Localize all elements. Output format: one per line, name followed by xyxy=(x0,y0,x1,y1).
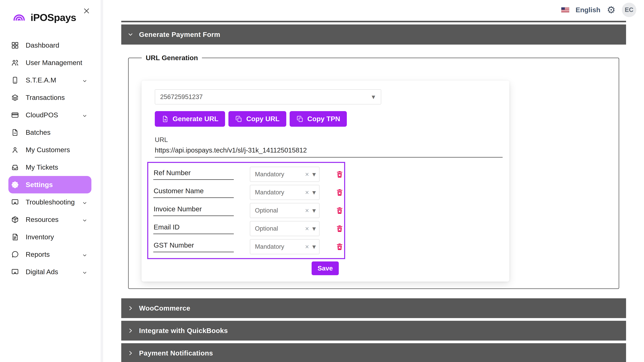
chevron-down-icon xyxy=(82,252,88,257)
requirement-value: Mandatory xyxy=(255,189,305,196)
sidebar-item-steam[interactable]: S.T.E.A.M xyxy=(8,71,92,89)
collapsed-section-sliver[interactable] xyxy=(121,21,626,22)
chevron-down-icon xyxy=(82,112,88,118)
sidebar-item-settings[interactable]: Settings xyxy=(8,176,92,193)
avatar[interactable]: EC xyxy=(622,3,636,17)
requirement-select[interactable]: Mandatory × ▼ xyxy=(250,239,320,254)
field-name-input[interactable]: Ref Number xyxy=(153,169,234,180)
requirement-select[interactable]: Optional × ▼ xyxy=(250,221,320,236)
sidebar-nav: Dashboard User Management S.T.E.A.M Tran… xyxy=(0,36,103,281)
sidebar-item-transactions[interactable]: Transactions xyxy=(8,89,92,106)
sidebar-item-troubleshooting[interactable]: Troubleshooting xyxy=(8,193,92,211)
sidebar-item-inventory[interactable]: Inventory xyxy=(8,228,92,246)
screen-warning-icon xyxy=(11,198,19,206)
section-title: Generate Payment Form xyxy=(139,31,220,38)
chevron-right-icon xyxy=(127,350,134,356)
sidebar-close-icon[interactable] xyxy=(83,7,90,15)
field-row-ref-number: Ref Number Mandatory × ▼ xyxy=(153,165,340,183)
requirement-value: Optional xyxy=(255,225,305,232)
sidebar-item-label: Reports xyxy=(26,251,50,258)
generate-payment-form-header[interactable]: Generate Payment Form xyxy=(121,24,626,44)
sidebar-item-label: Resources xyxy=(26,216,58,224)
sidebar-item-label: My Customers xyxy=(26,146,70,154)
requirement-select[interactable]: Mandatory × ▼ xyxy=(250,167,320,182)
sidebar: iPOSpays Dashboard User Management S.T.E… xyxy=(0,0,103,362)
chevron-down-icon xyxy=(82,77,88,83)
caret-down-icon: ▼ xyxy=(312,190,316,195)
brand-name: iPOSpays xyxy=(30,12,76,23)
delete-field-trash-icon[interactable] xyxy=(336,206,344,215)
chevron-down-icon xyxy=(127,31,134,38)
url-value: https://api.ipospays.tech/v1/sl/j-31k_14… xyxy=(155,146,502,158)
person-icon xyxy=(11,146,19,154)
sidebar-item-batches[interactable]: Batches xyxy=(8,124,92,141)
section-bar-quickbooks[interactable]: Integrate with QuickBooks xyxy=(121,321,626,341)
copy-tpn-button[interactable]: Copy TPN xyxy=(290,111,347,127)
file-plus-icon xyxy=(162,115,169,123)
sidebar-item-dashboard[interactable]: Dashboard xyxy=(8,36,92,54)
clear-icon[interactable]: × xyxy=(305,207,309,214)
clear-icon[interactable]: × xyxy=(305,225,309,232)
copy-url-button[interactable]: Copy URL xyxy=(228,111,286,127)
tablet-icon xyxy=(11,76,19,84)
clear-icon[interactable]: × xyxy=(305,189,309,196)
field-name-input[interactable]: Email ID xyxy=(153,223,234,234)
clear-icon[interactable]: × xyxy=(305,171,309,178)
requirement-value: Mandatory xyxy=(255,243,305,250)
users-icon xyxy=(11,59,19,67)
url-generation-card: 256725951237 ▼ Generate URL Copy URL xyxy=(142,81,509,282)
sidebar-item-label: S.T.E.A.M xyxy=(26,76,56,84)
sidebar-item-label: Batches xyxy=(26,129,50,136)
field-name-input[interactable]: Invoice Number xyxy=(153,205,234,216)
delete-field-trash-icon[interactable] xyxy=(336,170,344,179)
clear-icon[interactable]: × xyxy=(305,243,309,250)
delete-field-trash-icon[interactable] xyxy=(336,224,344,233)
language-selector[interactable]: English xyxy=(576,6,600,14)
layers-icon xyxy=(11,94,19,102)
section-bar-payment-notifications[interactable]: Payment Notifications xyxy=(121,343,626,362)
copy-icon xyxy=(296,115,304,123)
settings-content: Generate Payment Form URL Generation 256… xyxy=(103,20,644,362)
generate-url-button[interactable]: Generate URL xyxy=(155,111,225,127)
delete-field-trash-icon[interactable] xyxy=(336,242,344,251)
copy-url-label: Copy URL xyxy=(246,115,280,123)
sidebar-item-label: Inventory xyxy=(26,233,54,241)
requirement-select[interactable]: Mandatory × ▼ xyxy=(250,185,320,200)
section-title: Payment Notifications xyxy=(139,349,213,357)
sidebar-item-label: Digital Ads xyxy=(26,268,58,276)
sidebar-item-label: Troubleshooting xyxy=(26,198,75,206)
field-row-gst-number: GST Number Mandatory × ▼ xyxy=(153,238,340,256)
topbar: English ⚙ EC xyxy=(103,0,644,20)
sidebar-item-label: User Management xyxy=(26,59,82,67)
sidebar-item-resources[interactable]: Resources xyxy=(8,211,92,228)
sidebar-item-my-customers[interactable]: My Customers xyxy=(8,141,92,159)
url-generation-legend: URL Generation xyxy=(142,54,202,62)
requirement-value: Optional xyxy=(255,207,305,214)
field-name-input[interactable]: Customer Name xyxy=(153,187,234,198)
save-button[interactable]: Save xyxy=(312,261,339,275)
app-window: iPOSpays Dashboard User Management S.T.E… xyxy=(0,0,644,362)
sidebar-item-digital-ads[interactable]: Digital Ads xyxy=(8,263,92,281)
field-name-input[interactable]: GST Number xyxy=(153,241,234,252)
generate-payment-form-body: URL Generation 256725951237 ▼ Generate U… xyxy=(121,54,626,296)
sidebar-item-label: CloudPOS xyxy=(26,111,58,119)
speech-bubble-icon xyxy=(11,251,19,258)
delete-field-trash-icon[interactable] xyxy=(336,188,344,197)
sidebar-item-cloudpos[interactable]: CloudPOS xyxy=(8,106,92,124)
section-bar-woocommerce[interactable]: WooCommerce xyxy=(121,298,626,318)
document-lines-icon xyxy=(11,233,19,241)
field-row-email-id: Email ID Optional × ▼ xyxy=(153,220,340,238)
sidebar-item-user-management[interactable]: User Management xyxy=(8,54,92,71)
field-row-invoice-number: Invoice Number Optional × ▼ xyxy=(153,201,340,220)
copy-icon xyxy=(235,115,242,123)
sidebar-item-my-tickets[interactable]: My Tickets xyxy=(8,159,92,176)
gear-icon[interactable]: ⚙ xyxy=(607,5,616,15)
sidebar-item-reports[interactable]: Reports xyxy=(8,246,92,263)
payment-fields-box: Ref Number Mandatory × ▼ Customer Name xyxy=(147,162,345,259)
tpn-select[interactable]: 256725951237 ▼ xyxy=(155,89,381,104)
sidebar-item-label: Settings xyxy=(26,181,53,189)
file-icon xyxy=(11,129,19,136)
url-actions: Generate URL Copy URL Copy TPN xyxy=(155,111,502,127)
requirement-select[interactable]: Optional × ▼ xyxy=(250,203,320,218)
caret-down-icon: ▼ xyxy=(312,208,316,213)
